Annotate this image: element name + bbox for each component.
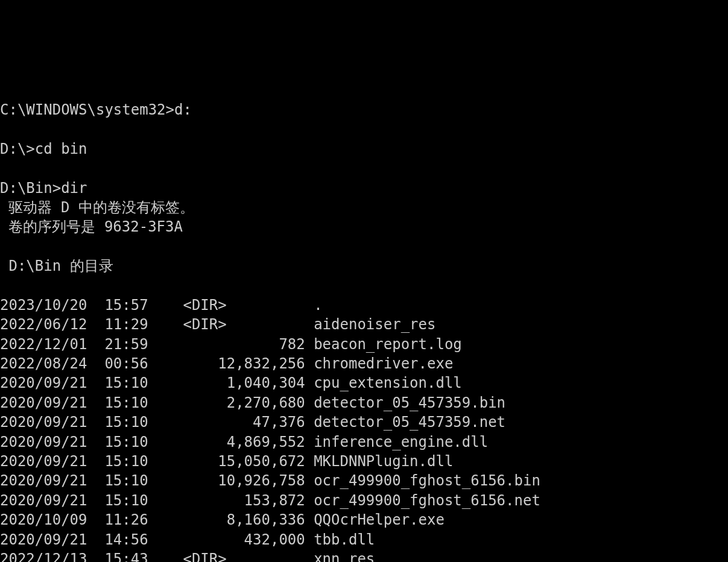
dir-entry-line: 2022/12/13 15:43 <DIR> xnn_res	[0, 551, 375, 562]
terminal-output[interactable]: C:\WINDOWS\system32>d: D:\>cd bin D:\Bin…	[0, 81, 728, 562]
file-entry-line: 2020/10/09 11:26 8,160,336 QQOcrHelper.e…	[0, 511, 445, 528]
dir-entry-line: 2023/10/20 15:57 <DIR> .	[0, 297, 323, 314]
file-entry-line: 2020/09/21 15:10 4,869,552 inference_eng…	[0, 434, 488, 450]
file-entry-line: 2020/09/21 15:10 10,926,758 ocr_499900_f…	[0, 472, 540, 489]
file-entry-line: 2020/09/21 15:10 15,050,672 MKLDNNPlugin…	[0, 453, 453, 470]
volume-serial-line: 卷的序列号是 9632-3F3A	[0, 218, 183, 235]
prompt-line: C:\WINDOWS\system32>d:	[0, 101, 192, 118]
volume-info-line: 驱动器 D 中的卷没有标签。	[0, 199, 194, 216]
file-entry-line: 2022/12/01 21:59 782 beacon_report.log	[0, 336, 462, 353]
file-entry-line: 2020/09/21 14:56 432,000 tbb.dll	[0, 531, 375, 548]
file-entry-line: 2020/09/21 15:10 2,270,680 detector_05_4…	[0, 394, 505, 411]
directory-header-line: D:\Bin 的目录	[0, 257, 113, 274]
dir-entry-line: 2022/06/12 11:29 <DIR> aidenoiser_res	[0, 316, 435, 333]
prompt-line: D:\Bin>dir	[0, 180, 87, 197]
file-entry-line: 2022/08/24 00:56 12,832,256 chromedriver…	[0, 355, 453, 372]
prompt-line: D:\>cd bin	[0, 140, 87, 157]
file-entry-line: 2020/09/21 15:10 153,872 ocr_499900_fgho…	[0, 492, 540, 509]
file-entry-line: 2020/09/21 15:10 47,376 detector_05_4573…	[0, 414, 505, 431]
file-entry-line: 2020/09/21 15:10 1,040,304 cpu_extension…	[0, 374, 462, 391]
